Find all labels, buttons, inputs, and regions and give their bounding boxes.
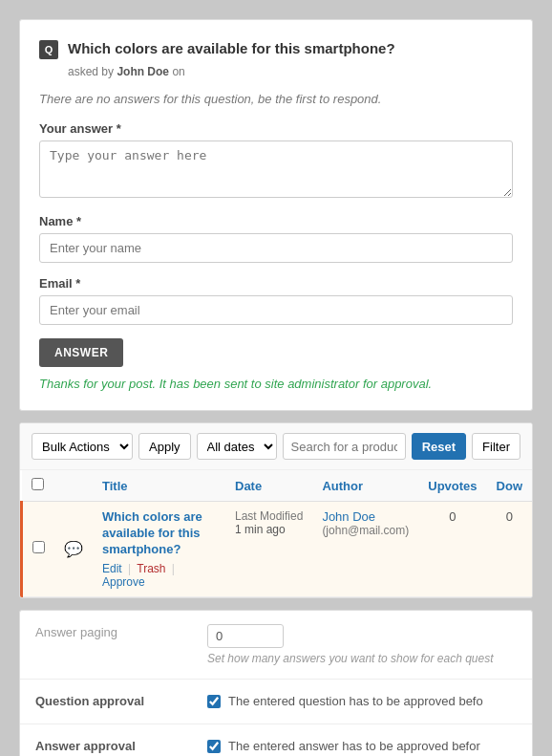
- answer-approval-value: The entered answer has to be approved be…: [207, 738, 517, 755]
- row-title-cell: Which colors are available for this smar…: [93, 502, 225, 597]
- your-answer-label: Your answer *: [39, 121, 513, 136]
- comment-icon: 💬: [64, 541, 83, 557]
- your-answer-group: Your answer *: [39, 121, 513, 201]
- answer-paging-row: Answer paging Set how many answers you w…: [20, 611, 532, 680]
- toolbar: Bulk Actions Apply All dates Reset Filte…: [20, 423, 532, 470]
- q-icon: Q: [39, 40, 58, 59]
- name-label: Name *: [39, 214, 513, 228]
- date-value: 1 min ago: [235, 523, 303, 536]
- answer-textarea[interactable]: [39, 140, 513, 198]
- row-downvotes-cell: 0: [487, 502, 532, 597]
- date-column-header[interactable]: Date: [225, 470, 312, 502]
- no-answers-text: There are no answers for this question, …: [39, 92, 513, 106]
- table-row: 💬 Which colors are available for this sm…: [22, 502, 533, 597]
- answer-approval-text: The entered answer has to be approved be…: [228, 738, 480, 755]
- question-approval-label: Question approval: [35, 693, 188, 708]
- answer-paging-input[interactable]: [207, 624, 284, 648]
- email-label: Email *: [39, 276, 513, 291]
- posts-table: Title Date Author Upvotes Dow 💬: [20, 470, 532, 597]
- question-approval-value: The entered question has to be approved …: [207, 693, 517, 710]
- answer-paging-value: Set how many answers you want to show fo…: [207, 624, 517, 665]
- row-checkbox-cell: [22, 502, 55, 597]
- answer-paging-label: Answer paging: [35, 624, 188, 639]
- select-all-header: [22, 470, 55, 502]
- name-input[interactable]: [39, 233, 513, 263]
- icon-col-header: [54, 470, 93, 502]
- row-icon-cell: 💬: [54, 502, 93, 597]
- answer-approval-checkbox[interactable]: [207, 740, 221, 753]
- author-column-header[interactable]: Author: [312, 470, 418, 502]
- admin-table-section: Bulk Actions Apply All dates Reset Filte…: [19, 422, 533, 598]
- question-title: Which colors are available for this smar…: [68, 39, 395, 58]
- question-approval-text: The entered question has to be approved …: [228, 693, 483, 710]
- answer-approval-row: Answer approval The entered answer has t…: [20, 724, 532, 756]
- answer-approval-label: Answer approval: [35, 738, 188, 753]
- search-input[interactable]: [283, 433, 406, 460]
- answer-button[interactable]: ANSWER: [39, 338, 123, 367]
- author-email: (john@mail.com): [322, 524, 409, 537]
- question-form-card: Q Which colors are available for this sm…: [19, 19, 533, 411]
- question-approval-checkbox-row: The entered question has to be approved …: [207, 693, 517, 710]
- title-column-header[interactable]: Title: [93, 470, 225, 502]
- row-checkbox[interactable]: [32, 541, 45, 553]
- downvotes-column-header[interactable]: Dow: [487, 470, 532, 502]
- apply-button[interactable]: Apply: [138, 433, 191, 460]
- page-container: Q Which colors are available for this sm…: [19, 19, 533, 756]
- select-all-checkbox[interactable]: [32, 478, 44, 490]
- reset-button[interactable]: Reset: [412, 433, 466, 460]
- question-header: Q Which colors are available for this sm…: [39, 39, 513, 59]
- question-approval-row: Question approval The entered question h…: [20, 680, 532, 724]
- edit-link[interactable]: Edit: [102, 562, 122, 575]
- author-name: John Doe: [117, 65, 169, 78]
- all-dates-select[interactable]: All dates: [197, 433, 277, 460]
- row-date-cell: Last Modified 1 min ago: [225, 502, 312, 597]
- upvotes-column-header[interactable]: Upvotes: [418, 470, 486, 502]
- approve-link[interactable]: Approve: [102, 575, 145, 589]
- date-label: Last Modified: [235, 509, 303, 523]
- settings-section: Answer paging Set how many answers you w…: [19, 610, 533, 756]
- email-group: Email *: [39, 276, 513, 325]
- filter-button[interactable]: Filter: [472, 433, 520, 460]
- row-author-cell: John Doe (john@mail.com): [312, 502, 418, 597]
- email-input[interactable]: [39, 295, 513, 325]
- post-actions: Edit | Trash | Approve: [102, 562, 216, 589]
- author-name: John Doe: [322, 509, 409, 524]
- name-group: Name *: [39, 214, 513, 263]
- success-message: Thanks for your post. It has been sent t…: [39, 377, 513, 391]
- post-title-link[interactable]: Which colors are available for this smar…: [102, 509, 216, 558]
- bulk-actions-select[interactable]: Bulk Actions: [32, 433, 133, 460]
- question-approval-checkbox[interactable]: [207, 695, 221, 708]
- answer-approval-checkbox-row: The entered answer has to be approved be…: [207, 738, 517, 755]
- row-upvotes-cell: 0: [418, 502, 486, 597]
- asked-by: asked by John Doe on: [68, 65, 513, 78]
- answer-paging-hint: Set how many answers you want to show fo…: [207, 652, 517, 665]
- trash-link[interactable]: Trash: [137, 562, 165, 575]
- table-wrapper: Title Date Author Upvotes Dow 💬: [20, 470, 532, 597]
